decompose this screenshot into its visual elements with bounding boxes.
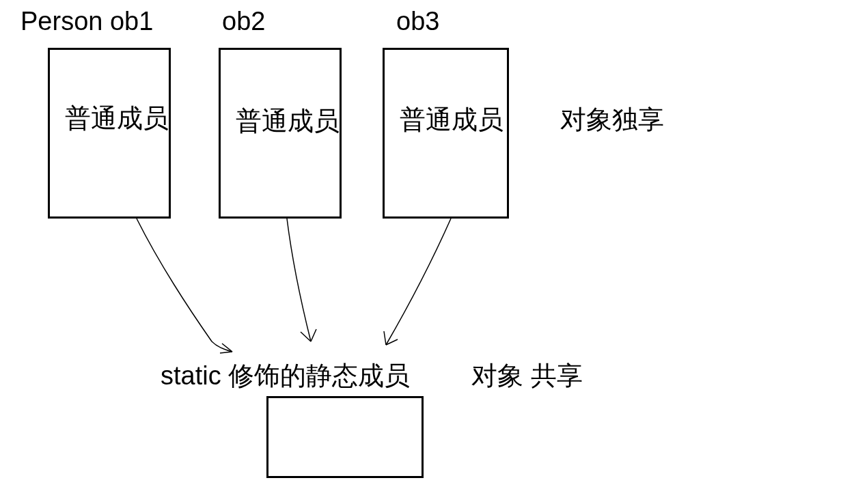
static-text-1: static 修饰的静态成员	[161, 359, 410, 393]
arrow-1	[137, 219, 232, 352]
static-text-2: 对象 共享	[471, 359, 583, 393]
arrow-3	[386, 219, 451, 345]
static-box	[266, 396, 424, 478]
member-text-1: 普通成员	[65, 101, 169, 136]
object-label-3: ob3	[396, 7, 439, 36]
member-text-3: 普通成员	[400, 102, 503, 137]
side-label: 对象独享	[560, 102, 664, 137]
member-text-2: 普通成员	[236, 104, 340, 139]
arrow-2-head	[301, 329, 316, 341]
object-label-2: ob2	[222, 7, 265, 36]
arrow-2	[287, 219, 311, 341]
arrow-1-head	[220, 344, 232, 353]
object-label-1: Person ob1	[20, 7, 153, 36]
arrow-3-head	[384, 331, 398, 345]
